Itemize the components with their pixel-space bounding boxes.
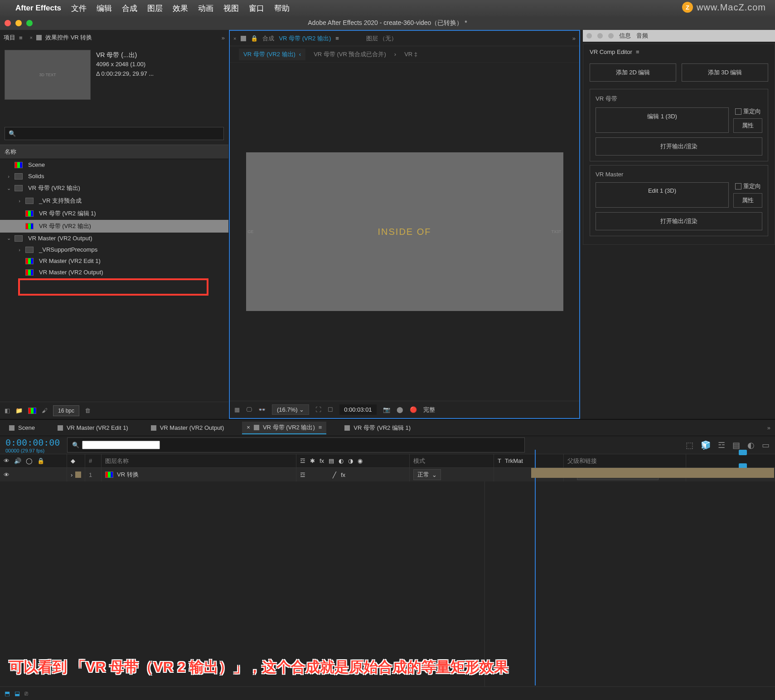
monitor-icon[interactable]: 🖵 <box>246 406 252 413</box>
add-2d-edit-button[interactable]: 添加 2D 编辑 <box>590 63 676 82</box>
open-output-button[interactable]: 打开输出/渲染 <box>596 212 762 230</box>
edit1-3d-button[interactable]: 编辑 1 (3D) <box>596 107 729 133</box>
menu-animation[interactable]: 动画 <box>198 3 213 14</box>
twirl-icon[interactable]: ⌄ <box>5 185 12 191</box>
footer-icon[interactable]: ⬓ <box>15 690 20 697</box>
maximize-button[interactable] <box>608 33 614 39</box>
timeline-search[interactable]: 🔍 <box>67 438 525 452</box>
zoom-dropdown[interactable]: (16.7%) ⌄ <box>272 404 309 415</box>
minimize-button[interactable] <box>15 20 22 26</box>
twirl-icon[interactable]: › <box>16 198 23 204</box>
overflow-icon[interactable]: » <box>572 35 576 42</box>
menu-layer[interactable]: 图层 <box>147 3 163 14</box>
chevron-left-icon[interactable]: ‹ <box>299 51 301 58</box>
playhead[interactable] <box>535 450 536 685</box>
label-icon[interactable]: ◆ <box>71 457 75 464</box>
layer-duration-bar[interactable] <box>531 468 774 478</box>
col-av-features[interactable]: 👁 🔊 ◯ 🔒 <box>0 454 67 467</box>
menu-help[interactable]: 帮助 <box>274 3 290 14</box>
project-item[interactable]: ⌄VR 母带 (VR2 输出) <box>0 182 228 194</box>
col-parent[interactable]: 父级和链接 <box>564 454 686 467</box>
brush-icon[interactable]: 🖌 <box>42 407 48 414</box>
edit1-3d-button[interactable]: Edit 1 (3D) <box>596 182 729 208</box>
panel-menu-icon[interactable]: ≡ <box>19 34 23 41</box>
timeline-tab[interactable]: VR Master (VR2 Edit 1) <box>53 423 133 433</box>
timeline-tab[interactable]: ×VR 母带 (VR2 输出)≡ <box>242 422 326 434</box>
twirl-icon[interactable]: › <box>5 174 12 179</box>
panel-menu-icon[interactable]: ≡ <box>319 424 322 431</box>
close-icon[interactable]: × <box>30 35 33 40</box>
snapshot-icon[interactable]: 📷 <box>383 406 390 413</box>
project-item[interactable]: VR 母带 (VR2 编辑 1) <box>0 207 228 220</box>
menu-file[interactable]: 文件 <box>71 3 87 14</box>
breadcrumb-item[interactable]: VR 母带 (VR 预合成已合并) <box>314 50 386 58</box>
menu-effect[interactable]: 效果 <box>173 3 188 14</box>
shy-icon[interactable]: ☲ <box>718 440 725 450</box>
marker-icon[interactable] <box>739 450 747 455</box>
project-search[interactable]: 🔍 <box>5 127 224 140</box>
properties-button[interactable]: 属性 <box>733 118 762 133</box>
add-3d-edit-button[interactable]: 添加 3D 编辑 <box>682 63 768 82</box>
project-item[interactable]: VR Master (VR2 Output) <box>0 267 228 278</box>
project-item[interactable]: ›_VR 支持预合成 <box>0 194 228 207</box>
shy-switch[interactable]: ☲ <box>300 472 305 478</box>
tab-effect-controls[interactable]: × 效果控件 VR 转换 <box>30 34 92 42</box>
comp-mini-flowchart-icon[interactable]: ⬚ <box>686 440 693 450</box>
col-mode[interactable]: 模式 <box>410 454 494 467</box>
timeline-tab[interactable]: VR 母带 (VR2 编辑 1) <box>340 422 415 434</box>
minimize-button[interactable] <box>597 33 603 39</box>
eye-toggle[interactable]: 👁 <box>4 472 10 478</box>
motion-blur-icon[interactable]: ◐ <box>747 440 755 450</box>
audio-tab-label[interactable]: 音频 <box>636 32 648 40</box>
frame-blend-icon[interactable]: ▤ <box>732 440 740 450</box>
color-mgmt-icon[interactable]: 🔴 <box>410 406 417 413</box>
column-header-name[interactable]: 名称 <box>0 145 228 159</box>
col-switches[interactable]: ☲ ✱ fx ▤ ◐ ◑ ◉ <box>296 454 410 467</box>
col-trkmat[interactable]: TTrkMat <box>494 454 564 467</box>
collapse-switch[interactable]: ╱ <box>333 472 336 478</box>
col-number[interactable]: # <box>85 454 102 467</box>
comp-tab-name[interactable]: VR 母带 (VR2 输出) <box>279 34 331 43</box>
properties-button[interactable]: 属性 <box>733 193 762 208</box>
project-item[interactable]: VR Master (VR2 Edit 1) <box>0 255 228 267</box>
timeline-search-input[interactable] <box>82 441 160 449</box>
col-layer-name[interactable]: 图层名称 <box>102 454 296 467</box>
twirl-icon[interactable]: ⌄ <box>5 235 12 241</box>
vr-icon[interactable]: 👓 <box>258 406 266 413</box>
layer-name[interactable]: VR 转换 <box>117 471 139 479</box>
project-search-input[interactable] <box>19 130 220 137</box>
menu-edit[interactable]: 编辑 <box>97 3 112 14</box>
project-item[interactable]: VR 母带 (VR2 输出) <box>0 220 228 233</box>
footer-icon[interactable]: ⬒ <box>5 690 10 697</box>
resolution-icon[interactable]: ⛶ <box>315 406 321 413</box>
panel-menu-icon[interactable]: ≡ <box>335 35 339 42</box>
breadcrumb-item[interactable]: VR ‡ <box>404 51 417 58</box>
maximize-button[interactable] <box>26 20 33 26</box>
project-item[interactable]: ›Solids <box>0 170 228 182</box>
open-output-button[interactable]: 打开输出/渲染 <box>596 137 762 156</box>
twirl-icon[interactable]: › <box>71 472 73 478</box>
project-item[interactable]: ⌄VR Master (VR2 Output) <box>0 233 228 244</box>
bit-depth-button[interactable]: 16 bpc <box>53 405 79 416</box>
layer-tab[interactable]: 图层 （无） <box>366 34 397 43</box>
overflow-icon[interactable]: » <box>222 34 225 41</box>
info-tab-label[interactable]: 信息 <box>619 32 631 40</box>
mask-icon[interactable]: ☐ <box>328 406 333 413</box>
viewer-timecode[interactable]: 0:00:03:01 <box>339 404 376 415</box>
fx-switch[interactable]: fx <box>341 472 345 478</box>
current-timecode[interactable]: 0:00:00:00 <box>5 437 60 448</box>
footer-icon[interactable]: ⎚ <box>24 690 28 697</box>
menu-view[interactable]: 视图 <box>223 3 239 14</box>
menu-composition[interactable]: 合成 <box>122 3 137 14</box>
interpret-icon[interactable]: ◧ <box>5 407 10 414</box>
resolution-dropdown[interactable]: 完整 <box>423 406 435 414</box>
label-color[interactable] <box>75 472 81 478</box>
grid-icon[interactable]: ▦ <box>234 406 240 413</box>
lock-icon[interactable]: 🔒 <box>251 35 258 42</box>
timeline-tab[interactable]: Scene <box>5 423 39 433</box>
breadcrumb-current[interactable]: VR 母带 (VR2 输出) ‹ <box>239 49 305 60</box>
overflow-icon[interactable]: » <box>767 424 770 431</box>
close-icon[interactable]: × <box>247 424 250 431</box>
close-button[interactable] <box>5 20 11 26</box>
new-folder-icon[interactable]: 📁 <box>15 407 23 414</box>
